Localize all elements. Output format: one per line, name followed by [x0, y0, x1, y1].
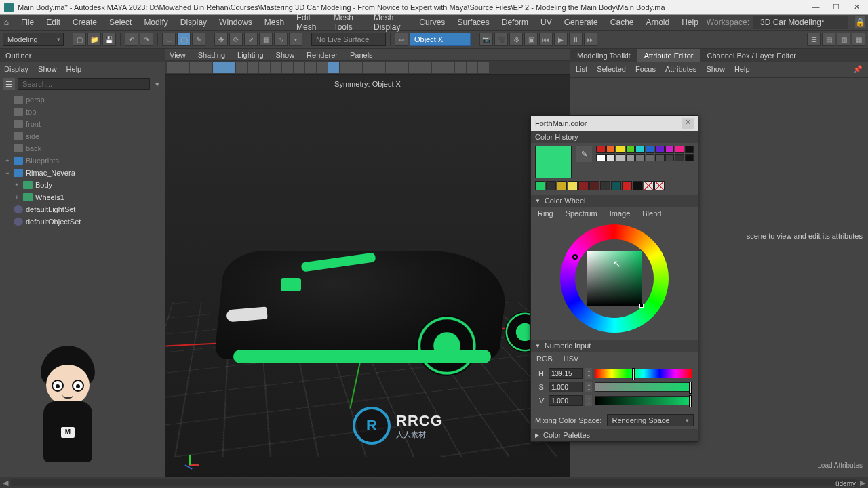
toggle-outliner-icon[interactable]: ☰	[807, 33, 821, 46]
menu-file[interactable]: File	[16, 16, 39, 29]
menu-windows[interactable]: Windows	[214, 16, 258, 29]
load-attributes-label[interactable]: Load Attributes	[817, 462, 863, 469]
history-color-chip[interactable]	[635, 154, 645, 161]
vp-menu-panels[interactable]: Panels	[350, 51, 373, 59]
redo-icon[interactable]: ↷	[140, 33, 153, 46]
outliner-search-input[interactable]	[18, 78, 150, 90]
menu-modify[interactable]: Modify	[138, 16, 173, 29]
recent-color-chip[interactable]	[535, 181, 545, 190]
playback-fwd-icon[interactable]: ⏭	[584, 33, 597, 46]
vp-menu-show[interactable]: Show	[276, 51, 295, 59]
expand-toggle-icon[interactable]: +	[4, 157, 11, 164]
toggle-toolkit-icon[interactable]: ▥	[837, 33, 850, 46]
vp-menu-lighting[interactable]: Lighting	[237, 51, 264, 59]
vp-res-gate-icon[interactable]	[236, 62, 247, 73]
vp-film-gate-icon[interactable]	[224, 62, 235, 73]
tab-attribute-editor[interactable]: Attribute Editor	[637, 49, 701, 62]
maximize-button[interactable]: ☐	[829, 3, 844, 12]
vp-shadows-icon[interactable]	[340, 62, 351, 73]
history-color-chip[interactable]	[626, 146, 635, 153]
history-color-chip[interactable]	[646, 154, 655, 161]
snap-grid-icon[interactable]: ▦	[259, 33, 273, 46]
toggle-attr-icon[interactable]: ▤	[822, 33, 835, 46]
expand-toggle-icon[interactable]: +	[14, 194, 20, 201]
empty-color-slot[interactable]	[644, 181, 654, 190]
paint-select-icon[interactable]: ✎	[192, 33, 205, 46]
v-spinner[interactable]: ▴▾	[585, 395, 592, 406]
vp-field-chart-icon[interactable]	[259, 62, 270, 73]
recent-color-chip[interactable]	[633, 181, 643, 190]
h-spinner[interactable]: ▴▾	[585, 368, 592, 379]
history-color-chip[interactable]	[655, 146, 665, 153]
menu-uv[interactable]: UV	[535, 16, 557, 29]
menu-editmesh[interactable]: Edit Mesh	[291, 11, 327, 34]
vp-lights-icon[interactable]	[328, 62, 339, 73]
expand-toggle-icon[interactable]: −	[4, 169, 11, 176]
menu-cache[interactable]: Cache	[605, 16, 639, 29]
color-editor-dialog[interactable]: ForthMain.color ✕ Color History ✎ ▼ Colo…	[530, 115, 698, 442]
outliner-item-defaultobjectset[interactable]: +defaultObjectSet	[0, 216, 165, 228]
vp-image-plane-icon[interactable]	[190, 62, 201, 73]
ae-menu-focus[interactable]: Focus	[635, 65, 656, 75]
menu-generate[interactable]: Generate	[559, 16, 604, 29]
vp-menu-renderer[interactable]: Renderer	[307, 51, 338, 59]
history-color-chip[interactable]	[596, 154, 606, 161]
history-color-chip[interactable]	[675, 154, 684, 161]
vp-ao-icon[interactable]	[351, 62, 362, 73]
playback-rewind-icon[interactable]: ⏮	[539, 33, 553, 46]
wheel-tab-image[interactable]: Image	[610, 209, 631, 218]
wheel-tab-blend[interactable]: Blend	[642, 209, 661, 218]
new-scene-icon[interactable]: ▢	[73, 33, 86, 46]
numeric-tab-hsv[interactable]: HSV	[564, 354, 579, 363]
outliner-menu-help[interactable]: Help	[66, 65, 82, 73]
history-color-chip[interactable]	[655, 154, 665, 161]
ae-menu-selected[interactable]: Selected	[597, 65, 626, 75]
recent-color-chip[interactable]	[578, 181, 589, 190]
vp-shaded-icon[interactable]	[305, 62, 316, 73]
recent-color-chip[interactable]	[557, 181, 567, 190]
menu-help[interactable]: Help	[676, 16, 704, 29]
menu-edit[interactable]: Edit	[41, 16, 66, 29]
outliner-item-body[interactable]: +Body	[0, 179, 165, 191]
history-color-chip[interactable]	[596, 146, 606, 153]
menu-display[interactable]: Display	[175, 16, 212, 29]
val-slider[interactable]	[595, 396, 692, 405]
wheel-tab-ring[interactable]: Ring	[538, 209, 553, 218]
mixing-color-space-select[interactable]: Rendering Space	[607, 414, 694, 426]
vp-isolate-icon[interactable]	[386, 62, 397, 73]
s-input[interactable]	[549, 382, 583, 392]
menu-surfaces[interactable]: Surfaces	[452, 16, 494, 29]
symmetry-toggle-icon[interactable]: ⇔	[395, 33, 408, 46]
outliner-item-back[interactable]: +back	[0, 142, 165, 155]
scale-tool-icon[interactable]: ⤢	[244, 33, 258, 46]
recent-color-chip[interactable]	[589, 181, 599, 190]
recent-color-chip[interactable]	[611, 181, 621, 190]
current-color-swatch[interactable]	[535, 146, 572, 178]
eyedropper-icon[interactable]: ✎	[576, 146, 592, 162]
menu-meshdisplay[interactable]: Mesh Display	[368, 11, 412, 34]
s-spinner[interactable]: ▴▾	[585, 382, 592, 392]
hue-ring-marker[interactable]	[572, 254, 578, 260]
ipr-icon[interactable]: 🎥	[494, 33, 508, 46]
history-color-chip[interactable]	[606, 146, 616, 153]
lock-icon[interactable]: 🔒	[855, 16, 865, 28]
scroll-right-icon[interactable]: ▶	[857, 479, 868, 487]
vp-safe-title-icon[interactable]	[282, 62, 293, 73]
numeric-input-section-toggle[interactable]: ▼ Numeric Input	[531, 340, 698, 352]
move-tool-icon[interactable]: ✥	[214, 33, 228, 46]
rotate-tool-icon[interactable]: ⟳	[229, 33, 243, 46]
outliner-menu-display[interactable]: Display	[4, 65, 28, 73]
vp-gamma-icon[interactable]	[432, 62, 443, 73]
v-input[interactable]	[549, 395, 583, 406]
vp-xray-icon[interactable]	[397, 62, 408, 73]
outliner-item-persp[interactable]: +persp	[0, 94, 165, 106]
hue-slider[interactable]	[595, 369, 692, 378]
home-icon[interactable]: ⌂	[3, 17, 10, 28]
live-surface-field[interactable]: No Live Surface	[311, 33, 386, 46]
outliner-menu-show[interactable]: Show	[38, 65, 57, 73]
ae-menu-help[interactable]: Help	[734, 65, 750, 75]
outliner-item-rimac_nevera[interactable]: −Rimac_Nevera	[0, 167, 165, 179]
color-palettes-section-toggle[interactable]: ▶ Color Palettes	[531, 429, 698, 441]
menu-meshtools[interactable]: Mesh Tools	[328, 11, 367, 34]
render-settings-icon[interactable]: ⚙	[509, 33, 523, 46]
